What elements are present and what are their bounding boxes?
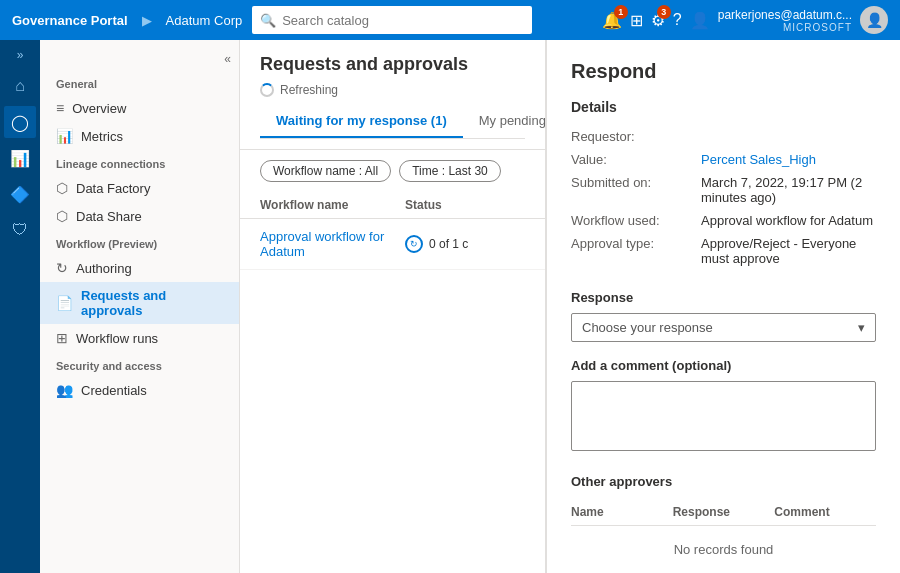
workflow-rail-icon[interactable]: 🔷: [4, 178, 36, 210]
col-header-name: Workflow name: [260, 198, 405, 212]
sidebar: « General ≡ Overview 📊 Metrics Lineage c…: [40, 40, 240, 573]
requests-header: Requests and approvals Refreshing Waitin…: [240, 40, 545, 150]
topnav: Governance Portal ▶ Adatum Corp 🔍 🔔1 ⊞ ⚙…: [0, 0, 900, 40]
rail-expand-btn[interactable]: »: [17, 48, 24, 62]
sidebar-label-credentials: Credentials: [81, 383, 147, 398]
data-factory-icon: ⬡: [56, 180, 68, 196]
sidebar-item-metrics[interactable]: 📊 Metrics: [40, 122, 239, 150]
submitted-value: March 7, 2022, 19:17 PM (2 minutes ago): [701, 175, 876, 205]
sidebar-item-data-factory[interactable]: ⬡ Data Factory: [40, 174, 239, 202]
refreshing-label: Refreshing: [280, 83, 338, 97]
authoring-icon: ↻: [56, 260, 68, 276]
chevron-down-icon: ▾: [858, 320, 865, 335]
policy-rail-icon[interactable]: 🛡: [4, 214, 36, 246]
detail-row-requestor: Requestor:: [571, 125, 876, 148]
credentials-icon: 👥: [56, 382, 73, 398]
requests-panel: Requests and approvals Refreshing Waitin…: [240, 40, 546, 573]
search-input[interactable]: [282, 13, 524, 28]
sidebar-collapse-btn[interactable]: «: [224, 52, 231, 66]
workflow-link[interactable]: Approval workflow for Adatum: [260, 229, 384, 259]
catalog-rail-icon[interactable]: ◯: [4, 106, 36, 138]
sidebar-item-credentials[interactable]: 👥 Credentials: [40, 376, 239, 404]
refreshing-indicator: Refreshing: [260, 83, 525, 97]
sidebar-section-security: Security and access: [40, 352, 239, 376]
comment-textarea[interactable]: [571, 381, 876, 451]
response-dropdown[interactable]: Choose your response ▾: [571, 313, 876, 342]
response-placeholder: Choose your response: [582, 320, 713, 335]
col-header-status: Status: [405, 198, 525, 212]
approvers-table-header: Name Response Comment: [571, 499, 876, 526]
details-section: Details Requestor: Value: Percent Sales_…: [571, 99, 876, 270]
detail-row-value: Value: Percent Sales_High: [571, 148, 876, 171]
approvers-section: Other approvers Name Response Comment No…: [571, 474, 876, 573]
respond-panel: Respond Details Requestor: Value: Percen…: [546, 40, 900, 573]
sidebar-item-data-share[interactable]: ⬡ Data Share: [40, 202, 239, 230]
response-section: Response Choose your response ▾: [571, 290, 876, 342]
search-icon: 🔍: [260, 13, 276, 28]
content-area: Requests and approvals Refreshing Waitin…: [240, 40, 900, 573]
detail-row-approval-type: Approval type: Approve/Reject - Everyone…: [571, 232, 876, 270]
workflow-runs-icon: ⊞: [56, 330, 68, 346]
workflow-value: Approval workflow for Adatum: [701, 213, 873, 228]
approver-col-response: Response: [673, 505, 775, 519]
details-title: Details: [571, 99, 876, 115]
notification-icon[interactable]: 🔔1: [602, 11, 622, 30]
sidebar-collapse: «: [40, 48, 239, 70]
sidebar-section-lineage: Lineage connections: [40, 150, 239, 174]
response-label: Response: [571, 290, 876, 305]
icon-rail: » ⌂ ◯ 📊 🔷 🛡: [0, 40, 40, 573]
table-row[interactable]: Approval workflow for Adatum ↻ 0 of 1 c: [240, 219, 545, 270]
sidebar-item-requests[interactable]: 📄 Requests and approvals: [40, 282, 239, 324]
sidebar-item-authoring[interactable]: ↻ Authoring: [40, 254, 239, 282]
approval-type-label: Approval type:: [571, 236, 701, 266]
requestor-label: Requestor:: [571, 129, 701, 144]
tab-waiting[interactable]: Waiting for my response (1): [260, 105, 463, 138]
brand-label: Governance Portal: [12, 13, 128, 28]
approver-col-name: Name: [571, 505, 673, 519]
status-badge: ↻ 0 of 1 c: [405, 235, 525, 253]
org-label: Adatum Corp: [166, 13, 243, 28]
settings-badge: 3: [657, 5, 671, 19]
sidebar-section-workflow: Workflow (Preview): [40, 230, 239, 254]
tabs: Waiting for my response (1) My pending: [260, 105, 525, 139]
person-icon[interactable]: 👤: [690, 11, 710, 30]
sidebar-label-workflow-runs: Workflow runs: [76, 331, 158, 346]
search-box[interactable]: 🔍: [252, 6, 532, 34]
layout: » ⌂ ◯ 📊 🔷 🛡 « General ≡ Overview 📊 Metri…: [0, 40, 900, 573]
requests-title: Requests and approvals: [260, 54, 525, 75]
no-records-message: No records found: [571, 526, 876, 573]
help-icon[interactable]: ?: [673, 11, 682, 29]
value-value[interactable]: Percent Sales_High: [701, 152, 816, 167]
sidebar-label-requests: Requests and approvals: [81, 288, 223, 318]
sidebar-item-overview[interactable]: ≡ Overview: [40, 94, 239, 122]
settings-icon[interactable]: ⚙3: [651, 11, 665, 30]
requests-icon: 📄: [56, 295, 73, 311]
table-header: Workflow name Status: [240, 192, 545, 219]
approval-type-value: Approve/Reject - Everyone must approve: [701, 236, 876, 266]
sidebar-label-overview: Overview: [72, 101, 126, 116]
sidebar-item-workflow-runs[interactable]: ⊞ Workflow runs: [40, 324, 239, 352]
sidebar-section-general: General: [40, 70, 239, 94]
workflow-label: Workflow used:: [571, 213, 701, 228]
comment-section: Add a comment (optional): [571, 358, 876, 454]
data-share-icon: ⬡: [56, 208, 68, 224]
detail-row-workflow: Workflow used: Approval workflow for Ada…: [571, 209, 876, 232]
sidebar-label-data-factory: Data Factory: [76, 181, 150, 196]
filter-time[interactable]: Time : Last 30: [399, 160, 501, 182]
refresh-spinner: [260, 83, 274, 97]
status-circle-icon: ↻: [405, 235, 423, 253]
avatar[interactable]: 👤: [860, 6, 888, 34]
filters: Workflow name : All Time : Last 30: [240, 150, 545, 192]
submitted-label: Submitted on:: [571, 175, 701, 205]
overview-icon: ≡: [56, 100, 64, 116]
sidebar-label-metrics: Metrics: [81, 129, 123, 144]
home-rail-icon[interactable]: ⌂: [4, 70, 36, 102]
detail-row-submitted: Submitted on: March 7, 2022, 19:17 PM (2…: [571, 171, 876, 209]
respond-title: Respond: [571, 60, 876, 83]
tab-pending[interactable]: My pending: [463, 105, 546, 138]
filter-workflow-name[interactable]: Workflow name : All: [260, 160, 391, 182]
user-company: MICROSOFT: [783, 22, 852, 33]
grid-icon[interactable]: ⊞: [630, 11, 643, 30]
insights-rail-icon[interactable]: 📊: [4, 142, 36, 174]
value-label: Value:: [571, 152, 701, 167]
